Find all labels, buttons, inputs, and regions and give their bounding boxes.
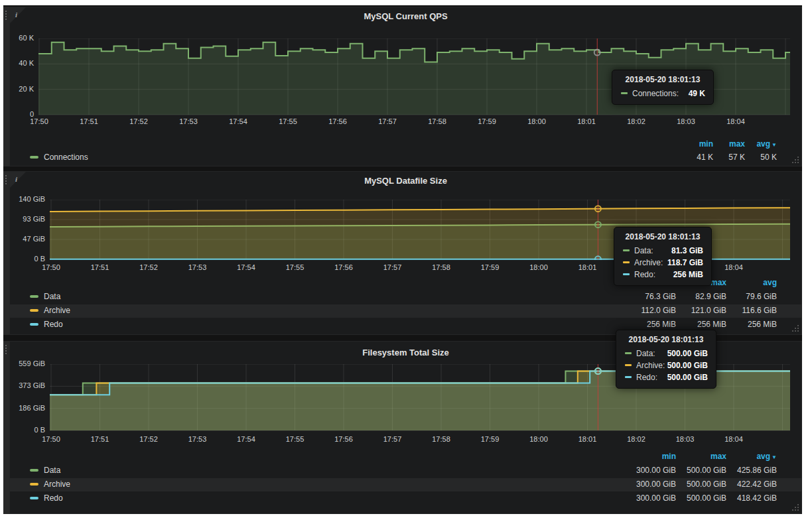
tooltip-series-value: 256 MiB xyxy=(673,270,703,279)
tooltip-series-row: Data:500.00 GiB xyxy=(616,348,716,359)
tooltip-timestamp: 2018-05-20 18:01:13 xyxy=(616,333,716,348)
graph-tooltip: 2018-05-20 18:01:13 Data:81.3 GiBArchive… xyxy=(614,227,712,286)
resize-grip-icon[interactable] xyxy=(797,509,799,511)
tooltip-series-value: 81.3 GiB xyxy=(671,246,703,255)
legend-stat-value: 500.00 GiB xyxy=(676,480,726,489)
legend-stat-value: 500.00 GiB xyxy=(676,493,726,503)
legend-sort-avg[interactable]: avg xyxy=(726,278,777,287)
tooltip-series-row: Redo:256 MiB xyxy=(614,269,711,281)
legend-stat-value: 41 K xyxy=(681,153,713,162)
legend-series-label: Data xyxy=(44,292,60,301)
tooltip-color-swatch xyxy=(625,376,632,378)
tooltip-series-row: Redo:500.00 GiB xyxy=(616,371,716,383)
legend-series-archive[interactable]: Archive xyxy=(30,306,70,315)
legend-stats-header: minmaxavg▼ xyxy=(10,450,801,464)
legend-color-swatch xyxy=(30,483,38,486)
tooltip-series-row: Connections:49 K xyxy=(612,88,713,99)
tooltip-color-swatch xyxy=(625,352,632,354)
legend-sort-avg[interactable]: avg▼ xyxy=(745,139,777,149)
legend-sort-max[interactable]: max xyxy=(676,452,726,461)
legend-series-data[interactable]: Data xyxy=(30,466,60,475)
drag-dots-icon xyxy=(5,345,7,346)
legend-row: Data300.00 GiB500.00 GiB425.86 GiB xyxy=(10,464,801,478)
legend-series-label: Data xyxy=(44,466,60,475)
legend-color-swatch xyxy=(30,309,38,312)
legend-stat-value: 300.00 GiB xyxy=(626,480,676,489)
grafana-dashboard: i MySQL Current QPS 60 K40 K20 K017:5017… xyxy=(3,5,802,514)
legend-stat-values: 300.00 GiB500.00 GiB422.42 GiB xyxy=(626,480,777,489)
legend-stat-values: 41 K57 K50 K xyxy=(681,153,777,162)
legend-stat-value: 300.00 GiB xyxy=(626,493,676,503)
tooltip-series-name: Connections: xyxy=(632,89,679,98)
legend-series-label: Redo xyxy=(44,493,63,503)
tooltip-series-value: 118.7 GiB xyxy=(667,258,703,267)
legend-stat-value: 300.00 GiB xyxy=(626,466,676,475)
row-drag-handle[interactable] xyxy=(3,171,9,335)
legend-row: Archive112.0 GiB121.0 GiB116.6 GiB xyxy=(10,304,801,318)
legend-series-label: Archive xyxy=(44,480,70,489)
legend-stat-value: 116.6 GiB xyxy=(726,306,777,315)
legend-stat-values: 112.0 GiB121.0 GiB116.6 GiB xyxy=(626,306,777,315)
legend-stat-values: 256 MiB256 MiB256 MiB xyxy=(626,320,777,329)
legend-series-connections[interactable]: Connections xyxy=(30,153,88,162)
legend-stat-value: 256 MiB xyxy=(676,320,726,329)
tooltip-series-name: Data: xyxy=(636,349,655,358)
tooltip-color-swatch xyxy=(621,92,628,94)
legend-row: Redo300.00 GiB500.00 GiB418.42 GiB xyxy=(10,492,801,505)
legend-stat-value: 57 K xyxy=(713,153,745,162)
legend-sort-avg[interactable]: avg▼ xyxy=(726,452,777,461)
legend-stat-value: 256 MiB xyxy=(726,320,777,329)
tooltip-series-value: 500.00 GiB xyxy=(667,349,708,358)
legend-stat-value: 79.6 GiB xyxy=(726,292,777,301)
legend-series-redo[interactable]: Redo xyxy=(30,320,63,329)
tooltip-series-value: 500.00 GiB xyxy=(667,361,708,370)
tooltip-series-name: Archive: xyxy=(634,258,663,267)
legend-stat-values: 76.3 GiB82.9 GiB79.6 GiB xyxy=(626,292,777,301)
graph-tooltip: 2018-05-20 18:01:13 Data:500.00 GiBArchi… xyxy=(616,330,716,389)
legend-series-redo[interactable]: Redo xyxy=(30,493,63,503)
legend-stat-value: 418.42 GiB xyxy=(726,493,777,503)
legend-series-label: Redo xyxy=(44,320,63,329)
resize-grip-icon[interactable] xyxy=(797,162,799,163)
tooltip-series-name: Data: xyxy=(634,246,653,255)
legend-color-swatch xyxy=(30,295,38,298)
row-drag-handle[interactable] xyxy=(3,7,9,166)
legend-stat-values: 300.00 GiB500.00 GiB425.86 GiB xyxy=(626,466,777,475)
legend-row: Archive300.00 GiB500.00 GiB422.42 GiB xyxy=(10,478,801,491)
legend-sort-min[interactable]: min xyxy=(626,452,676,461)
tooltip-color-swatch xyxy=(625,364,632,366)
tooltip-timestamp: 2018-05-20 18:01:13 xyxy=(612,73,713,88)
tooltip-series-name: Redo: xyxy=(636,373,657,382)
graph-tooltip: 2018-05-20 18:01:13 Connections:49 K xyxy=(612,70,714,105)
tooltip-series-row: Archive:118.7 GiB xyxy=(614,257,711,269)
legend-stat-value: 112.0 GiB xyxy=(626,306,676,315)
legend-stat-value: 76.3 GiB xyxy=(626,292,676,301)
legend-stat-value: 50 K xyxy=(745,153,777,162)
legend-color-swatch xyxy=(30,497,38,499)
tooltip-color-swatch xyxy=(623,273,630,275)
tooltip-series-value: 49 K xyxy=(689,89,705,98)
tooltip-color-swatch xyxy=(623,261,630,263)
legend-stats-header: minmaxavg▼ xyxy=(10,138,801,151)
legend-stat-value: 82.9 GiB xyxy=(676,292,726,301)
legend-stat-values: 300.00 GiB500.00 GiB418.42 GiB xyxy=(626,493,777,503)
legend-color-swatch xyxy=(30,323,38,326)
legend-series-label: Connections xyxy=(44,153,88,162)
tooltip-series-name: Archive: xyxy=(636,361,665,370)
legend-row: Data76.3 GiB82.9 GiB79.6 GiB xyxy=(10,291,801,304)
legend-series-archive[interactable]: Archive xyxy=(30,480,70,489)
resize-grip-icon[interactable] xyxy=(797,330,799,332)
legend-sort-min[interactable]: min xyxy=(681,139,713,149)
legend-stat-value: 425.86 GiB xyxy=(726,466,777,475)
tooltip-timestamp: 2018-05-20 18:01:13 xyxy=(614,230,711,245)
legend-stat-value: 256 MiB xyxy=(626,320,676,329)
tooltip-color-swatch xyxy=(623,249,630,251)
tooltip-series-row: Archive:500.00 GiB xyxy=(616,359,716,371)
legend-sort-max[interactable]: max xyxy=(713,139,745,149)
legend-header-cells: minmaxavg▼ xyxy=(626,452,777,461)
tooltip-series-value: 500.00 GiB xyxy=(667,373,708,382)
legend-series-data[interactable]: Data xyxy=(30,292,60,301)
legend-header-cells: minmaxavg▼ xyxy=(681,139,777,149)
drag-dots-icon xyxy=(5,175,7,176)
row-drag-handle[interactable] xyxy=(3,341,9,514)
